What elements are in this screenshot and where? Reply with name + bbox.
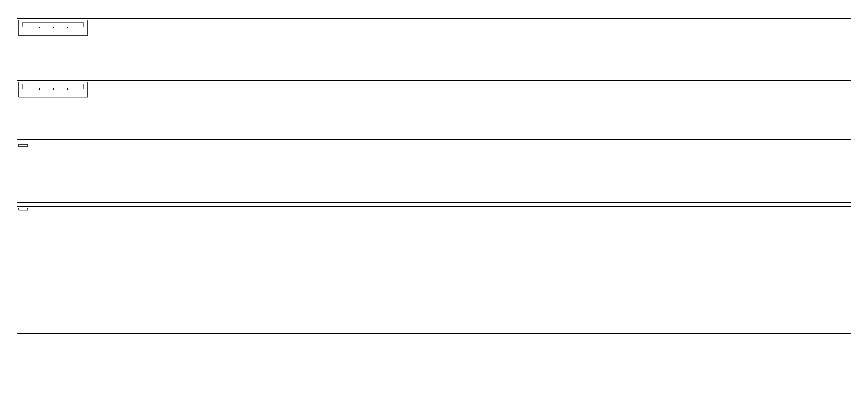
panel-u-velocity: [17, 18, 851, 77]
panel-v-velocity: [17, 80, 851, 140]
panel-temperature: [17, 338, 851, 396]
u-colorbar-ticks: [21, 28, 85, 34]
u-colorbar-legend: [18, 20, 88, 36]
v-velocity-heatmap: [17, 81, 851, 139]
mean-absi-label: [18, 144, 28, 147]
panel-depth-variation: [17, 274, 851, 334]
std-absi-label: [18, 208, 28, 210]
v-colorbar-legend: [18, 82, 88, 97]
figure: [0, 0, 868, 410]
v-colorbar-ticks: [21, 90, 85, 96]
depth-variation-lineplot: [17, 274, 162, 347]
temperature-lineplot: [17, 338, 162, 410]
panel-mean-absi: [17, 143, 851, 203]
std-absi-heatmap: [17, 207, 851, 270]
mean-absi-heatmap: [17, 143, 851, 202]
panel-std-absi: [17, 206, 851, 270]
u-velocity-heatmap: [17, 19, 851, 77]
